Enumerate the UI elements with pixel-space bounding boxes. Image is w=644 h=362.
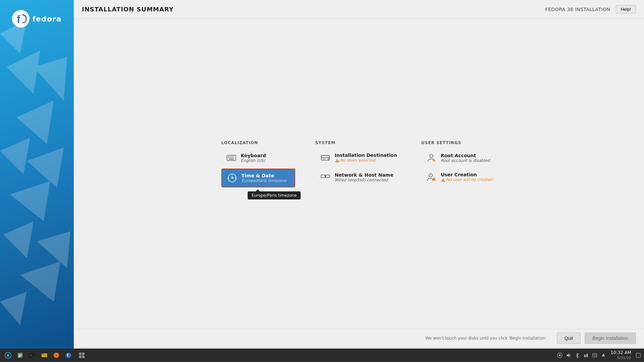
svg-text:!: ! — [434, 178, 435, 181]
svg-marker-10 — [37, 231, 70, 268]
svg-rect-63 — [79, 356, 82, 358]
root-account-icon — [425, 152, 437, 164]
svg-marker-0 — [0, 20, 27, 54]
svg-point-40 — [433, 159, 434, 161]
page-title: INSTALLATION SUMMARY — [82, 6, 174, 13]
categories-container: LOCALIZATION — [221, 140, 496, 187]
taskbar-activities-icon[interactable] — [3, 350, 13, 361]
setting-item-time-date[interactable]: Time & Date Europe/Paris timezone Europe… — [221, 169, 295, 187]
sidebar: f fedora — [0, 0, 74, 349]
keyboard-status: English (US) — [241, 158, 266, 163]
setting-item-root-account[interactable]: Root Account Root account is disabled — [421, 149, 496, 167]
network-icon — [319, 171, 331, 183]
time-date-tooltip: Europe/Paris timezone — [248, 191, 301, 199]
installation-destination-name: Installation Destination — [335, 153, 397, 158]
svg-rect-34 — [326, 175, 330, 178]
svg-marker-6 — [20, 261, 60, 302]
taskbar-firefox-icon[interactable] — [51, 350, 62, 361]
network-hostname-text: Network & Host Name Wired (enp5s0) conne… — [335, 172, 393, 182]
svg-rect-62 — [82, 353, 85, 355]
svg-point-66 — [559, 354, 561, 356]
user-creation-text: User Creation ! No user will be created — [441, 172, 492, 182]
root-account-name: Root Account — [441, 153, 490, 158]
svg-point-47 — [7, 354, 9, 356]
taskbar-terminal-icon[interactable]: >_ — [27, 350, 38, 361]
svg-marker-4 — [10, 181, 50, 221]
svg-text:f: f — [67, 353, 68, 357]
svg-rect-20 — [231, 158, 232, 158]
category-title-user-settings: USER SETTINGS — [421, 140, 496, 145]
svg-rect-73 — [636, 353, 641, 358]
fedora-install-label: FEDORA 36 INSTALLATION — [545, 7, 610, 12]
taskbar-power-icon[interactable] — [635, 352, 641, 358]
svg-rect-22 — [229, 159, 234, 160]
taskbar-settings-icon — [557, 352, 563, 358]
svg-rect-55 — [42, 353, 44, 354]
user-creation-status: ! No user will be created — [441, 177, 492, 182]
svg-rect-50 — [18, 355, 22, 356]
setting-item-network-hostname[interactable]: Network & Host Name Wired (enp5s0) conne… — [315, 169, 401, 186]
sidebar-decoration — [0, 0, 74, 349]
svg-rect-18 — [228, 158, 229, 158]
svg-point-41 — [429, 174, 432, 177]
setting-item-installation-destination[interactable]: Installation Destination ! No disks sele… — [315, 149, 401, 167]
category-user-settings: USER SETTINGS — [421, 140, 496, 186]
topbar-right: FEDORA 36 INSTALLATION Help! — [545, 5, 636, 13]
help-button[interactable]: Help! — [616, 5, 636, 13]
svg-rect-69 — [586, 354, 588, 357]
setting-item-user-creation[interactable]: ! User Creation ! No user will be create… — [421, 169, 496, 186]
begin-installation-button[interactable]: Begin Installation — [585, 333, 636, 344]
svg-rect-19 — [230, 158, 231, 158]
svg-point-59 — [66, 353, 71, 358]
taskbar-volume-icon — [566, 352, 572, 358]
svg-rect-33 — [321, 175, 325, 178]
quit-button[interactable]: Quit — [557, 333, 581, 344]
category-system: SYSTEM — [315, 140, 401, 186]
svg-rect-70 — [593, 354, 597, 357]
installation-destination-text: Installation Destination ! No disks sele… — [335, 153, 397, 163]
network-hostname-name: Network & Host Name — [335, 172, 393, 178]
svg-marker-1 — [7, 50, 40, 94]
category-items-localization: Keyboard English (US) — [221, 149, 295, 187]
svg-rect-64 — [82, 356, 85, 358]
taskbar-date-display: 5/31/22 — [610, 356, 631, 360]
setting-item-keyboard[interactable]: Keyboard English (US) — [221, 149, 295, 167]
svg-marker-2 — [17, 101, 54, 144]
category-localization: LOCALIZATION — [221, 140, 295, 187]
svg-rect-28 — [321, 156, 329, 158]
taskbar-time-display: 10:32 AM — [610, 350, 631, 356]
svg-rect-68 — [584, 355, 586, 357]
topbar: INSTALLATION SUMMARY FEDORA 36 INSTALLAT… — [74, 0, 644, 19]
svg-rect-49 — [18, 354, 22, 355]
svg-marker-72 — [602, 354, 605, 357]
svg-rect-15 — [230, 156, 231, 157]
warning-icon-user: ! — [441, 178, 445, 182]
user-creation-name: User Creation — [441, 172, 492, 177]
taskbar-anaconda-icon[interactable]: f — [63, 350, 74, 361]
taskbar-screenshot-icon — [592, 352, 598, 358]
svg-rect-16 — [231, 156, 232, 157]
svg-text:>_: >_ — [30, 354, 34, 357]
taskbar-extra-icon[interactable] — [76, 350, 87, 361]
taskbar-bluetooth-icon — [574, 352, 580, 358]
svg-text:!: ! — [442, 179, 443, 182]
taskbar-files-icon[interactable] — [15, 350, 25, 361]
action-bar: We won't touch your disks until you clic… — [74, 329, 644, 347]
category-title-system: SYSTEM — [315, 140, 401, 145]
svg-rect-14 — [228, 156, 229, 157]
time-date-name: Time & Date — [241, 173, 286, 178]
category-title-localization: LOCALIZATION — [221, 140, 295, 145]
main-area: INSTALLATION SUMMARY FEDORA 36 INSTALLAT… — [74, 0, 644, 362]
taskbar-network-icon — [583, 352, 589, 358]
svg-rect-17 — [233, 156, 234, 157]
svg-rect-21 — [233, 158, 234, 158]
svg-marker-67 — [567, 353, 570, 358]
svg-point-39 — [430, 154, 433, 158]
time-date-text: Time & Date Europe/Paris timezone — [241, 173, 286, 183]
svg-marker-7 — [0, 292, 27, 325]
svg-marker-5 — [3, 221, 34, 258]
category-items-user-settings: Root Account Root account is disabled — [421, 149, 496, 186]
action-hint: We won't touch your disks until you clic… — [82, 336, 547, 341]
taskbar-files2-icon[interactable] — [39, 350, 50, 361]
installation-destination-status: ! No disks selected — [335, 158, 397, 163]
